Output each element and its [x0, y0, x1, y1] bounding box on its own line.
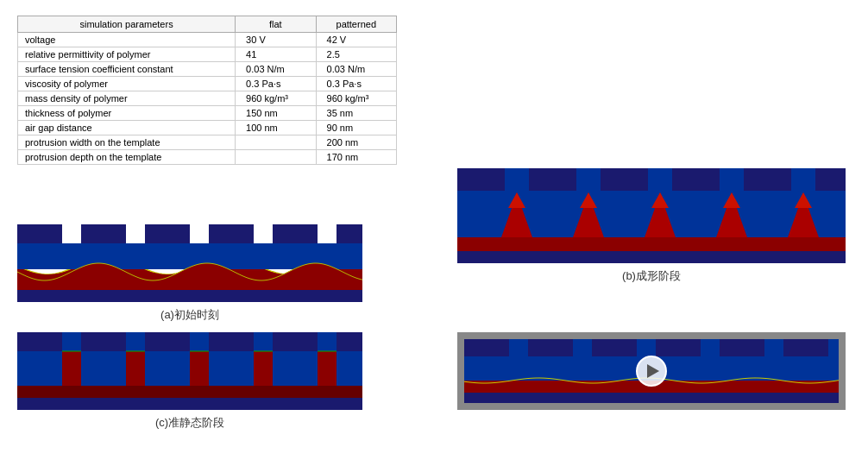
- table-cell: protrusion depth on the template: [18, 150, 236, 165]
- panel-d: [457, 332, 846, 410]
- table-cell: 960 kg/m³: [236, 91, 316, 106]
- panel-a: (a)初始时刻: [17, 224, 362, 323]
- panel-c-canvas: [17, 332, 362, 410]
- table-cell: 100 nm: [236, 121, 316, 135]
- table-cell: thickness of polymer: [18, 106, 236, 121]
- table-cell: 960 kg/m³: [316, 91, 396, 106]
- table-cell: 41: [236, 47, 316, 62]
- play-icon: [647, 364, 659, 378]
- col-header-flat: flat: [236, 16, 316, 33]
- table-cell: 30 V: [236, 33, 316, 47]
- panel-a-label: (a)初始时刻: [17, 307, 362, 323]
- simulation-table: simulation parameters flat patterned vol…: [17, 16, 397, 165]
- table-cell: 170 nm: [316, 150, 396, 165]
- table-cell: 0.3 Pa·s: [236, 77, 316, 91]
- table-cell: 2.5: [316, 47, 396, 62]
- table-cell: 35 nm: [316, 106, 396, 121]
- table-cell: 150 nm: [236, 106, 316, 121]
- table-cell: viscosity of polymer: [18, 77, 236, 91]
- table-cell: mass density of polymer: [18, 91, 236, 106]
- panel-b-label: (b)成形阶段: [457, 268, 846, 284]
- panel-d-bg: [457, 332, 846, 410]
- table-cell: voltage: [18, 33, 236, 47]
- table-cell: 0.03 N/m: [316, 62, 396, 77]
- play-button[interactable]: [636, 356, 667, 387]
- panel-b: (b)成形阶段: [457, 168, 846, 284]
- panel-c-label: (c)准静态阶段: [17, 415, 362, 431]
- table-cell: 90 nm: [316, 121, 396, 135]
- panel-a-canvas: [17, 224, 362, 302]
- table-cell: surface tension coefficient constant: [18, 62, 236, 77]
- col-header-params: simulation parameters: [18, 16, 236, 33]
- table-cell: protrusion width on the template: [18, 135, 236, 150]
- table-cell: 0.3 Pa·s: [316, 77, 396, 91]
- table-cell: [236, 150, 316, 165]
- simulation-table-section: simulation parameters flat patterned vol…: [17, 16, 397, 165]
- col-header-patterned: patterned: [316, 16, 396, 33]
- table-cell: 200 nm: [316, 135, 396, 150]
- table-cell: 0.03 N/m: [236, 62, 316, 77]
- panel-b-canvas: [457, 168, 846, 263]
- table-cell: [236, 135, 316, 150]
- panel-c: (c)准静态阶段: [17, 332, 362, 431]
- table-cell: relative permittivity of polymer: [18, 47, 236, 62]
- table-cell: air gap distance: [18, 121, 236, 135]
- table-cell: 42 V: [316, 33, 396, 47]
